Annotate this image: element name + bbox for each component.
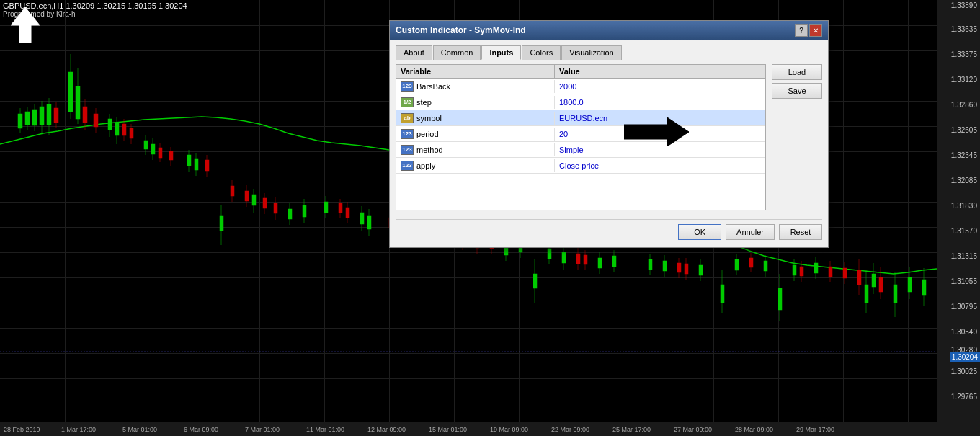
svg-rect-59: [649, 259, 652, 270]
svg-rect-107: [263, 198, 267, 208]
row-step-val: 1800.0: [555, 97, 765, 108]
svg-rect-29: [252, 195, 256, 205]
price-16: 1.30025: [951, 368, 977, 375]
close-button[interactable]: ✕: [809, 24, 822, 37]
col-value-header: Value: [555, 65, 765, 78]
svg-rect-39: [368, 216, 371, 229]
annuler-button[interactable]: Annuler: [726, 224, 775, 240]
svg-rect-31: [288, 209, 292, 219]
svg-rect-137: [800, 267, 803, 276]
svg-rect-79: [872, 274, 876, 287]
help-button[interactable]: ?: [795, 24, 808, 37]
inputs-table-area: Variable Value 123 BarsBack 2000: [396, 64, 766, 216]
price-3: 1.33375: [951, 50, 977, 58]
svg-rect-145: [879, 277, 883, 292]
load-button[interactable]: Load: [772, 64, 822, 80]
price-13: 1.30795: [951, 303, 977, 311]
row-period[interactable]: 123 period 20: [396, 126, 765, 142]
row-symbol-var: ab symbol: [396, 112, 555, 125]
svg-rect-101: [205, 160, 209, 171]
row-barsback[interactable]: 123 BarsBack 2000: [396, 79, 765, 94]
date-label-0: 28 Feb 2019: [4, 426, 40, 433]
row-barsback-var: 123 BarsBack: [396, 80, 555, 93]
date-label-9: 22 Mar 09:00: [551, 426, 589, 433]
custom-indicator-dialog[interactable]: Custom Indicator - SymMov-Ind ? ✕ About …: [389, 20, 829, 248]
svg-rect-63: [699, 265, 703, 275]
side-button-area: Load Save: [772, 64, 822, 216]
svg-rect-35: [324, 202, 328, 213]
table-empty-space: [396, 174, 765, 210]
svg-rect-27: [220, 216, 223, 231]
date-label-12: 28 Mar 09:00: [735, 426, 773, 433]
row-barsback-val: 2000: [555, 81, 765, 92]
row-apply-var: 123 apply: [396, 159, 555, 172]
svg-rect-131: [677, 263, 681, 272]
date-label-4: 7 Mar 01:00: [245, 426, 280, 433]
bottom-buttons: OK Annuler Reset: [396, 219, 822, 241]
tab-inputs[interactable]: Inputs: [481, 45, 521, 60]
svg-rect-51: [548, 249, 551, 259]
type-icon-int: 123: [401, 81, 414, 92]
date-label-1: 1 Mar 17:00: [61, 426, 96, 433]
ok-button[interactable]: OK: [678, 224, 721, 240]
svg-rect-95: [130, 128, 133, 138]
price-9: 1.31830: [951, 202, 977, 210]
price-6: 1.32605: [951, 126, 977, 134]
svg-rect-37: [360, 213, 364, 224]
date-label-6: 12 Mar 09:00: [368, 426, 406, 433]
date-label-2: 5 Mar 01:00: [122, 426, 157, 433]
svg-rect-75: [814, 263, 818, 273]
svg-rect-77: [865, 285, 868, 303]
svg-rect-71: [778, 288, 782, 310]
svg-rect-81: [894, 285, 897, 303]
price-axis: 1.33890 1.33635 1.33375 1.33120 1.32860 …: [937, 0, 980, 436]
row-symbol[interactable]: ab symbol EURUSD.ecn: [396, 110, 765, 126]
svg-rect-85: [922, 280, 926, 295]
titlebar-buttons: ? ✕: [795, 24, 822, 37]
svg-rect-93: [122, 124, 126, 135]
price-4: 1.33120: [951, 76, 977, 84]
inputs-section: Variable Value 123 BarsBack 2000: [396, 64, 822, 216]
svg-rect-113: [346, 208, 349, 218]
price-1: 1.33890: [951, 1, 977, 9]
row-symbol-val: EURUSD.ecn: [555, 112, 765, 124]
save-button[interactable]: Save: [772, 83, 822, 99]
price-8: 1.32085: [951, 177, 977, 184]
price-5: 1.32860: [951, 101, 977, 109]
svg-rect-141: [843, 268, 847, 278]
col-variable-header: Variable: [396, 65, 555, 78]
type-icon-str: ab: [401, 113, 414, 123]
price-highlight: 1.30204: [950, 352, 980, 362]
svg-rect-65: [721, 285, 724, 303]
svg-rect-109: [274, 203, 277, 213]
svg-rect-61: [663, 261, 667, 271]
row-step-var: 1/2 step: [396, 96, 555, 109]
price-10: 1.31570: [951, 227, 977, 235]
row-period-val: 20: [555, 128, 765, 140]
tab-visualization[interactable]: Visualization: [561, 45, 622, 60]
svg-rect-143: [858, 270, 861, 285]
date-label-10: 25 Mar 17:00: [612, 426, 651, 433]
svg-rect-139: [829, 267, 832, 277]
up-arrow-icon: [11, 7, 40, 43]
svg-rect-23: [187, 155, 191, 166]
svg-rect-103: [231, 186, 234, 196]
svg-rect-111: [339, 203, 342, 213]
reset-button[interactable]: Reset: [779, 224, 822, 240]
svg-rect-33: [303, 205, 306, 217]
inputs-table: Variable Value 123 BarsBack 2000: [396, 64, 766, 210]
dialog-content: About Common Inputs Colors Visualization: [390, 40, 828, 247]
date-axis: 28 Feb 2019 1 Mar 17:00 5 Mar 01:00 6 Ma…: [0, 422, 937, 436]
price-14: 1.30540: [951, 328, 977, 336]
svg-rect-55: [598, 258, 602, 268]
tab-colors[interactable]: Colors: [522, 45, 561, 60]
tab-common[interactable]: Common: [433, 45, 481, 60]
svg-marker-0: [11, 7, 40, 43]
row-method[interactable]: 123 method Simple: [396, 142, 765, 158]
tab-about[interactable]: About: [396, 45, 432, 60]
price-11: 1.31315: [951, 252, 977, 260]
svg-rect-129: [584, 255, 587, 264]
row-step[interactable]: 1/2 step 1800.0: [396, 94, 765, 110]
row-apply[interactable]: 123 apply Close price: [396, 158, 765, 174]
dialog-tabs: About Common Inputs Colors Visualization: [396, 45, 822, 60]
